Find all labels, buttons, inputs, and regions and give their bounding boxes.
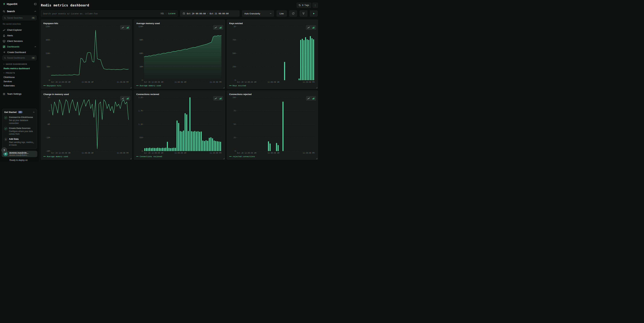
chart-plot-area[interactable]: 05501.1K1.7K2.2KOct 20 12:00:00 AM11:00:… bbox=[136, 96, 222, 154]
svg-text:550: 550 bbox=[140, 137, 143, 139]
sidebar-item-alerts[interactable]: Alerts bbox=[0, 33, 39, 38]
svg-text:500: 500 bbox=[232, 52, 236, 54]
chart-title: Change in memory used bbox=[44, 93, 69, 95]
svg-text:Oct 20 12:00:00 AM: Oct 20 12:00:00 AM bbox=[144, 81, 163, 83]
chart-plot-area[interactable]: 0255075100Oct 20 12:00:00 AM11:00:00 AM1… bbox=[229, 96, 316, 154]
monitor-icon bbox=[3, 40, 6, 42]
saved-dashboards-group-header[interactable]: SAVED DASHBOARDS bbox=[0, 62, 39, 66]
panel-resize-handle[interactable] bbox=[223, 87, 224, 88]
chart-plot-area[interactable]: -18M-12M-6M06MOct 20 12:00:00 AM11:00:00… bbox=[44, 96, 130, 154]
presets-group-header[interactable]: PRESETS bbox=[0, 70, 39, 75]
search-section-label: Search bbox=[7, 10, 15, 13]
get-started-step-connect[interactable]: Connect to ClickHouse Set up your databa… bbox=[4, 115, 35, 126]
svg-text:100: 100 bbox=[232, 96, 236, 98]
search-icon bbox=[4, 17, 6, 19]
shortcut-badge: ⌘K bbox=[32, 57, 35, 59]
filter-funnel-icon bbox=[302, 12, 305, 15]
legend-label: Average memory used bbox=[140, 84, 161, 87]
search-icon bbox=[3, 10, 5, 13]
granularity-select[interactable]: Auto Granularity bbox=[242, 10, 274, 16]
play-icon bbox=[313, 12, 315, 15]
collapse-sidebar-button[interactable] bbox=[34, 3, 37, 5]
svg-text:11:30:00 PM: 11:30:00 PM bbox=[210, 152, 222, 154]
chart-panel: Change in memory used -18M-12M-6M06MOct … bbox=[41, 90, 132, 160]
help-button[interactable]: ? bbox=[1, 147, 7, 153]
svg-text:11:00:00 AM: 11:00:00 AM bbox=[268, 152, 279, 154]
filter-button[interactable] bbox=[300, 10, 307, 16]
svg-text:11:00:00 AM: 11:00:00 AM bbox=[174, 81, 186, 83]
plus-icon bbox=[3, 51, 6, 53]
sidebar-item-services[interactable]: Services bbox=[0, 79, 39, 83]
bolt-icon bbox=[3, 2, 6, 5]
sidebar-item-redis-dashboard[interactable]: Redis metrics dashboard bbox=[0, 66, 39, 70]
chart-panel: Connections rejected 0255075100Oct 20 12… bbox=[227, 90, 318, 160]
dashboard-menu-button[interactable]: ⋮ bbox=[312, 3, 318, 8]
legend-line-swatch bbox=[44, 85, 46, 86]
user-menu[interactable]: D dominic.tran@clic... dominic.tran@clic… bbox=[2, 151, 37, 157]
get-started-card: Get Started 2/3 Connect to ClickHouse Se… bbox=[2, 109, 37, 149]
chevron-up-icon bbox=[33, 111, 35, 113]
svg-text:165K: 165K bbox=[46, 39, 50, 41]
sidebar-item-clickhouse[interactable]: ClickHouse bbox=[0, 75, 39, 79]
legend-label: Keyspace hits bbox=[47, 84, 61, 87]
saved-dashboards-input[interactable] bbox=[7, 57, 30, 59]
tags-button[interactable]: 0 Tags bbox=[297, 3, 311, 8]
saved-searches-input[interactable] bbox=[7, 17, 30, 19]
svg-text:0: 0 bbox=[142, 150, 143, 152]
chart-svg: 055K110K165K220KOct 20 12:00:00 AM11:00:… bbox=[44, 25, 130, 83]
refresh-button[interactable] bbox=[290, 10, 297, 16]
sidebar-item-team-settings[interactable]: Team Settings bbox=[0, 91, 39, 97]
shortcut-badge: ⌘K bbox=[32, 17, 35, 19]
sidebar-item-client-sessions[interactable]: Client Sessions bbox=[0, 38, 39, 44]
lucene-mode-toggle[interactable]: Lucene bbox=[168, 12, 176, 15]
panel-resize-handle[interactable] bbox=[223, 158, 224, 159]
panel-resize-handle[interactable] bbox=[130, 87, 131, 88]
run-query-button[interactable] bbox=[310, 10, 318, 16]
resize-corner-icon bbox=[316, 87, 317, 88]
date-range-picker[interactable]: Oct 20 00:00:00 - Oct 21 00:00:00 bbox=[180, 10, 240, 16]
chevron-up-icon bbox=[34, 46, 36, 48]
query-language-toggle: SQL | Lucene bbox=[160, 11, 176, 16]
get-started-header[interactable]: Get Started 2/3 bbox=[4, 111, 35, 113]
sidebar-item-label: Chart Explorer bbox=[7, 29, 22, 31]
chart-plot-area[interactable]: 055K110K165K220KOct 20 12:00:00 AM11:00:… bbox=[44, 25, 130, 83]
refresh-icon bbox=[292, 12, 294, 15]
sql-mode-toggle[interactable]: SQL bbox=[160, 12, 164, 15]
panel-resize-handle[interactable] bbox=[316, 158, 317, 159]
search-icon bbox=[4, 57, 6, 59]
legend-line-swatch bbox=[44, 156, 46, 157]
create-dashboard-label: Create Dashboard bbox=[7, 51, 26, 53]
gear-icon bbox=[3, 93, 6, 95]
sidebar-item-dashboards[interactable]: Dashboards bbox=[0, 44, 39, 49]
sidebar-section-search[interactable]: Search bbox=[0, 7, 39, 15]
chart-legend: Keys evicted bbox=[229, 84, 316, 87]
hyperdx-logo[interactable]: HyperDX bbox=[3, 2, 18, 5]
chart-plot-area[interactable]: 030M60M90M120MOct 20 12:00:00 AM11:00:00… bbox=[136, 25, 222, 83]
svg-text:60M: 60M bbox=[140, 52, 143, 54]
arrow-right-icon[interactable]: → bbox=[32, 141, 34, 144]
svg-text:1.1K: 1.1K bbox=[138, 123, 143, 125]
event-search-input[interactable] bbox=[41, 11, 178, 16]
sidebar-item-kubernetes[interactable]: Kubernetes bbox=[0, 83, 39, 88]
live-button[interactable]: Live bbox=[276, 10, 287, 16]
main-content: Redis metrics dashboard 0 Tags ⋮ SQL | L… bbox=[39, 0, 322, 161]
check-circle-icon bbox=[4, 127, 7, 130]
no-saved-searches-note: No saved searches bbox=[0, 22, 39, 27]
create-dashboard-button[interactable]: Create Dashboard bbox=[0, 49, 39, 55]
chart-plot-area[interactable]: 02505007501KOct 20 12:00:00 AM11:00:00 A… bbox=[229, 25, 316, 83]
sidebar-item-chart-explorer[interactable]: Chart Explorer bbox=[0, 27, 39, 33]
page-header: Redis metrics dashboard 0 Tags ⋮ bbox=[41, 0, 318, 10]
panel-resize-handle[interactable] bbox=[130, 158, 131, 159]
get-started-step-sources[interactable]: Create Data Sources Configure where your… bbox=[4, 126, 35, 137]
resize-corner-icon bbox=[130, 87, 131, 88]
chart-title: Connections recieved bbox=[136, 93, 159, 95]
svg-text:0: 0 bbox=[234, 79, 236, 81]
resize-corner-icon bbox=[130, 158, 131, 159]
chart-legend: Average memory used bbox=[136, 84, 222, 87]
get-started-step-add-data[interactable]: 3 Add Data Start sending logs, metrics, … bbox=[4, 137, 35, 147]
page-title: Redis metrics dashboard bbox=[41, 3, 89, 7]
panel-resize-handle[interactable] bbox=[316, 87, 317, 88]
legend-label: Average memory used bbox=[47, 155, 68, 158]
chart-legend: Average memory used bbox=[44, 155, 130, 158]
chevron-up-icon bbox=[34, 10, 36, 12]
